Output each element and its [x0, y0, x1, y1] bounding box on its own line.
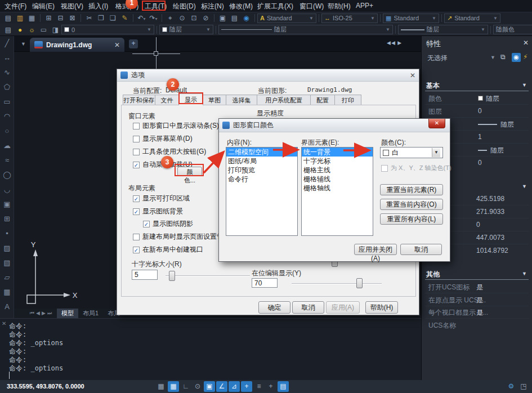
properties-palette-icon[interactable]: ▣ — [217, 13, 229, 23]
menu-insert[interactable]: 插入(I) — [88, 2, 108, 11]
drawing-tab[interactable]: Drawing1.dwg ✕ — [30, 38, 124, 52]
cut-icon[interactable]: ✂ — [83, 13, 95, 23]
inplace-edit-input[interactable] — [252, 278, 278, 288]
polyline-tool-icon[interactable]: ∿ — [0, 65, 14, 80]
dim-style-combo[interactable]: ↔ ISO-25▼ — [321, 14, 378, 23]
layer-lock-icon[interactable]: ▭ — [38, 25, 50, 35]
region-tool-icon[interactable]: ▱ — [0, 270, 14, 285]
plot-icon[interactable]: ⊞ — [43, 13, 55, 23]
prop-value-lineweight[interactable]: 随层 — [478, 146, 504, 155]
open-icon[interactable]: ▥ — [14, 13, 26, 23]
prop-value-ucs-origin[interactable]: 是 — [476, 296, 483, 305]
color-combo[interactable]: 白 ▼ — [380, 147, 443, 158]
panel-collapse-chevrons-icon[interactable]: ◀◀ ▶ — [387, 40, 402, 46]
ellipse-arc-tool-icon[interactable]: ◡ — [0, 182, 14, 197]
gradient-tool-icon[interactable]: ▧ — [0, 256, 14, 270]
save-icon[interactable]: ▦ — [26, 13, 38, 23]
cancel-button[interactable]: 取消 — [400, 244, 442, 255]
layer-manager-icon[interactable]: ▤ — [2, 25, 14, 35]
inplace-slider-thumb[interactable] — [356, 278, 363, 288]
layer-combo[interactable]: 0▼ — [61, 25, 154, 34]
hatch-tool-icon[interactable]: ▨ — [0, 241, 14, 256]
redo-icon[interactable]: ↷▾ — [147, 13, 159, 23]
list-item-grid-minor[interactable]: 栅格辅线 — [302, 175, 373, 184]
prop-value-linetype[interactable]: 随层 — [478, 120, 514, 129]
cancel-button[interactable]: 取消 — [292, 301, 324, 314]
insert-block-tool-icon[interactable]: ▣ — [0, 197, 14, 212]
menu-app-plus[interactable]: APP+ — [356, 2, 373, 10]
menu-dimension[interactable]: 标注(N) — [201, 2, 224, 11]
table-tool-icon[interactable]: ▦ — [0, 285, 14, 300]
list-item-crosshair[interactable]: 十字光标 — [302, 157, 373, 166]
dynamic-input-toggle-icon[interactable]: + — [241, 381, 252, 392]
selection-dropdown[interactable]: 无选择 — [427, 53, 448, 63]
plot-style-combo[interactable]: 随颜色▼ — [493, 25, 532, 34]
zoom-previous-icon[interactable]: ⊘ — [200, 13, 212, 23]
element-listbox[interactable]: 统一背景 十字光标 栅格主线 栅格辅线 栅格轴线 — [301, 147, 373, 236]
snap-toggle-icon[interactable]: ▦ — [168, 381, 179, 392]
list-item-grid-axis[interactable]: 栅格轴线 — [302, 184, 373, 193]
mtext-tool-icon[interactable]: A — [0, 300, 14, 314]
prop-value-linetype-scale[interactable]: 1 — [478, 133, 482, 141]
tab-files[interactable]: 文件 — [155, 95, 179, 105]
layer-on-icon[interactable]: ● — [14, 25, 26, 35]
ok-button[interactable]: 确定 — [258, 301, 290, 314]
zoom-realtime-icon[interactable]: ⊙ — [176, 13, 188, 23]
chevron-down-icon[interactable]: ▼ — [432, 148, 440, 157]
quick-select-icon[interactable]: ◉ — [512, 53, 521, 62]
lineweight-combo[interactable]: 随层▼ — [398, 25, 488, 34]
menu-window[interactable]: 窗口(W) — [299, 2, 324, 11]
close-dialog-icon[interactable]: ✕ — [410, 72, 415, 79]
ortho-toggle-icon[interactable]: ∟ — [180, 381, 191, 392]
menu-file[interactable]: 文件(F) — [5, 2, 26, 11]
checkbox-paper-background[interactable]: ✓显示图纸背景 — [133, 207, 183, 216]
inplace-edit-slider[interactable] — [292, 283, 382, 284]
select-objects-icon[interactable]: ⚡ — [523, 53, 527, 61]
prop-value-ucs-icon-on[interactable]: 是 — [476, 283, 483, 292]
list-item-command-line[interactable]: 命令行 — [226, 175, 297, 184]
preview-icon[interactable]: ⊟ — [55, 13, 66, 23]
layout-nav-arrows[interactable]: ⏮◀▶⏭ — [30, 310, 53, 316]
restore-element-button[interactable]: 重置当前元素(R) — [380, 184, 443, 195]
layer-color-icon[interactable]: ◨ — [50, 25, 61, 35]
prop-value-layer[interactable]: 0 — [478, 107, 482, 115]
toggle-pickadd-icon[interactable]: ⧉ — [500, 53, 506, 61]
section-basic[interactable]: 基本 — [426, 81, 440, 91]
checkbox-tint-xyz[interactable]: 为 X、Y、Z 轴染色(T) — [381, 164, 451, 172]
quick-properties-toggle-icon[interactable]: + — [265, 381, 276, 392]
settings-gear-icon[interactable]: ⚙ — [506, 381, 517, 392]
arc-tool-icon[interactable]: ◠ — [0, 109, 14, 124]
checkbox-create-viewport[interactable]: ✓在新布局中创建视口 — [133, 245, 203, 254]
copy-icon[interactable]: ❐ — [95, 13, 107, 23]
prop-value-thickness[interactable]: 0 — [478, 159, 482, 167]
menu-edit[interactable]: 编辑(E) — [32, 2, 55, 11]
new-icon[interactable]: ▤ — [2, 13, 14, 23]
list-item-grid-major[interactable]: 栅格主线 — [302, 166, 373, 175]
apply-button[interactable]: 应用(A) — [326, 301, 360, 314]
otrack-toggle-icon[interactable]: ∠ — [216, 381, 227, 392]
crosshair-size-slider[interactable] — [166, 275, 250, 276]
close-dialog-button[interactable]: ✕ — [428, 119, 445, 128]
help-button[interactable]: 帮助(H) — [365, 301, 398, 314]
polar-toggle-icon[interactable]: ⊙ — [192, 381, 203, 392]
checkbox-large-buttons[interactable]: 工具条使用大按钮(G) — [133, 147, 206, 157]
apply-close-button[interactable]: 应用并关闭(A) — [354, 244, 397, 255]
close-tab-icon[interactable]: ✕ — [114, 41, 120, 49]
color-control-combo[interactable]: 随层▼ — [159, 25, 213, 34]
list-item-2d-model-space[interactable]: 二维模型空间 — [226, 148, 297, 157]
model-space-toggle-icon[interactable]: ▤ — [278, 381, 289, 392]
layer-freeze-icon[interactable]: ☼ — [26, 25, 38, 35]
checkbox-scrollbars[interactable]: 图形窗口中显示滚动条(S) — [133, 121, 219, 131]
list-item-uniform-background[interactable]: 统一背景 — [302, 148, 373, 157]
prop-value-color[interactable]: 随层 — [478, 94, 499, 104]
publish-icon[interactable]: ⊠ — [66, 13, 78, 23]
menu-modify[interactable]: 修改(M) — [229, 2, 253, 11]
section-other[interactable]: 其他 — [426, 270, 440, 279]
line-tool-icon[interactable]: ╱ — [0, 36, 14, 51]
close-command-window-icon[interactable]: ✕ — [2, 320, 6, 327]
collapse-section-icon[interactable]: ▼ — [522, 271, 527, 276]
undo-icon[interactable]: ↶▾ — [136, 13, 147, 23]
crosshair-slider-thumb[interactable] — [169, 271, 175, 281]
colors-dialog-titlebar[interactable]: 图形窗口颜色 — [219, 119, 450, 132]
restore-context-button[interactable]: 重置当前内容(O) — [380, 199, 443, 210]
